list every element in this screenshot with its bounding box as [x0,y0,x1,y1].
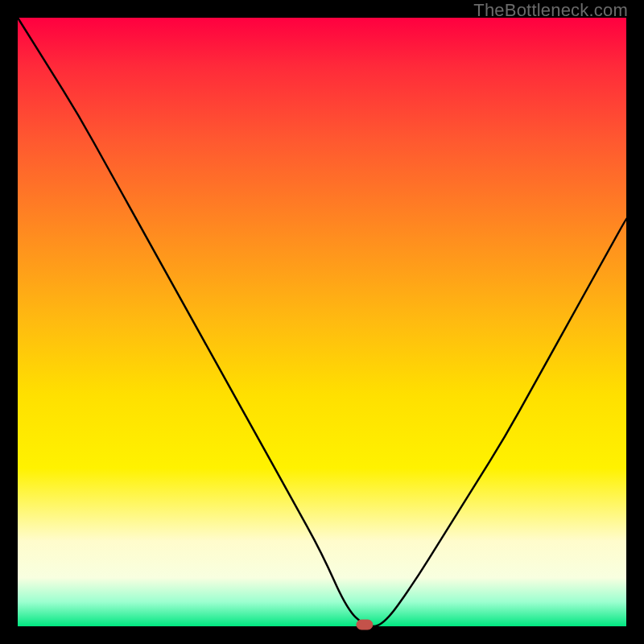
curve-svg [18,18,626,626]
bottleneck-curve [18,18,626,626]
minimum-marker [357,620,373,630]
chart-frame: TheBottleneck.com [0,0,644,644]
plot-area [18,18,626,626]
